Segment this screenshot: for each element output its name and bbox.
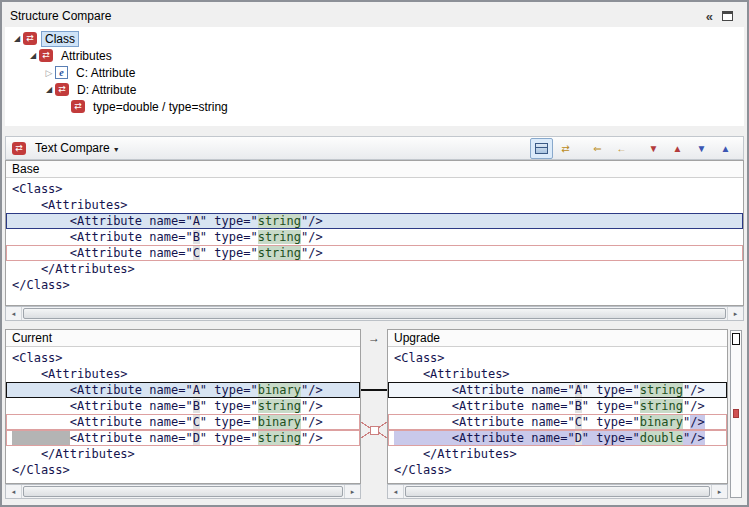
- toolbar-separator: [577, 139, 585, 158]
- code-line: <Attribute name="D" type="string"/>: [6, 430, 360, 446]
- tree-item-label: C: Attribute: [72, 65, 139, 81]
- horizontal-sash[interactable]: [5, 126, 744, 136]
- chevron-down-icon[interactable]: ▼: [113, 146, 120, 153]
- diff-icon: ⇄: [39, 49, 53, 62]
- base-pane-title: Base: [6, 161, 743, 178]
- code-line: <Attribute name="A" type="string"/>: [6, 213, 743, 229]
- code-line: <Attribute name="B" type="string"/>: [6, 398, 360, 414]
- current-horizontal-scrollbar[interactable]: ◂ ▸: [5, 484, 361, 499]
- diff-icon: ⇄: [23, 32, 37, 45]
- maximize-icon[interactable]: [722, 11, 733, 21]
- code-line: </Attributes>: [6, 261, 743, 277]
- attribute-icon: e: [55, 66, 68, 79]
- current-pane: Current <Class> <Attributes> <Attribute …: [5, 329, 361, 484]
- connector-footer: [361, 483, 387, 499]
- code-line: <Attributes>: [388, 366, 727, 382]
- horizontal-sash[interactable]: [5, 321, 744, 329]
- code-line: <Class>: [388, 350, 727, 366]
- scroll-thumb[interactable]: [405, 486, 710, 497]
- code-line: <Attributes>: [6, 197, 743, 213]
- toolbar-separator: [633, 139, 641, 158]
- upgrade-horizontal-scrollbar[interactable]: ◂ ▸: [387, 484, 728, 499]
- base-horizontal-scrollbar[interactable]: ◂ ▸: [5, 306, 744, 321]
- upgrade-column: Upgrade <Class> <Attributes> <Attribute …: [387, 329, 728, 499]
- code-line: </Class>: [388, 462, 727, 478]
- code-line: <Attribute name="B" type="string"/>: [388, 398, 727, 414]
- toggle-ancestor-pane-button[interactable]: [530, 138, 553, 159]
- base-pane: Base <Class> <Attributes> <Attribute nam…: [5, 160, 744, 306]
- collapse-arrow-icon[interactable]: ◢: [27, 51, 39, 60]
- previous-difference-button[interactable]: ▲: [666, 138, 689, 159]
- scroll-right-button[interactable]: ▸: [727, 307, 743, 320]
- copy-current-change-button[interactable]: ←: [610, 138, 633, 159]
- text-compare-header: ⇄ Text Compare ▼ ⇄⇐←▼▲▼▲: [5, 136, 744, 160]
- code-line: <Attribute name="B" type="string"/>: [6, 229, 743, 245]
- diff-connector-column: →: [361, 329, 387, 499]
- diff-connector-graphic: [361, 347, 387, 483]
- tree-item[interactable]: ◢⇄Class: [5, 30, 744, 47]
- swap-left-and-right-button[interactable]: ⇄: [554, 138, 577, 159]
- code-line: <Attribute name="C" type="string"/>: [6, 245, 743, 261]
- upgrade-pane-title: Upgrade: [388, 330, 727, 347]
- tree-item-label: Attributes: [57, 48, 116, 64]
- structure-header-icons: «: [706, 9, 739, 24]
- text-compare-title[interactable]: Text Compare: [35, 141, 110, 155]
- code-line: <Attribute name="A" type="string"/>: [388, 382, 727, 398]
- tree-item[interactable]: ◢⇄D: Attribute: [5, 81, 744, 98]
- scroll-thumb[interactable]: [23, 308, 726, 319]
- collapse-arrow-icon[interactable]: ◢: [11, 34, 23, 43]
- structure-compare-header: Structure Compare «: [5, 5, 744, 27]
- next-change-button[interactable]: ▼: [690, 138, 713, 159]
- current-code[interactable]: <Class> <Attributes> <Attribute name="A"…: [6, 347, 360, 483]
- copy-all-from-right-to-left-button[interactable]: ⇐: [586, 138, 609, 159]
- copy-direction-icon[interactable]: →: [368, 331, 380, 345]
- code-line: </Attributes>: [388, 446, 727, 462]
- code-line: <Attributes>: [6, 366, 360, 382]
- code-line: <Attribute name="C" type="binary"/>: [388, 414, 727, 430]
- code-line: </Class>: [6, 277, 743, 293]
- connector-header: →: [361, 329, 387, 347]
- base-code[interactable]: <Class> <Attributes> <Attribute name="A"…: [6, 178, 743, 305]
- code-line: <Class>: [6, 350, 360, 366]
- structure-tree: ◢⇄Class◢⇄Attributes▷eC: Attribute◢⇄D: At…: [5, 27, 744, 126]
- tree-item[interactable]: ◢⇄Attributes: [5, 47, 744, 64]
- structure-compare-title: Structure Compare: [10, 9, 111, 23]
- overview-ruler[interactable]: [730, 330, 742, 498]
- scroll-thumb[interactable]: [23, 486, 343, 497]
- scroll-left-button[interactable]: ◂: [388, 485, 404, 498]
- selected-change-marker[interactable]: [732, 333, 740, 345]
- current-column: Current <Class> <Attributes> <Attribute …: [5, 329, 361, 499]
- collapse-arrow-icon[interactable]: ◢: [43, 85, 55, 94]
- code-line: </Class>: [6, 462, 360, 478]
- scroll-right-button[interactable]: ▸: [711, 485, 727, 498]
- code-line: <Attribute name="D" type="double"/>: [388, 430, 727, 446]
- tree-item[interactable]: ▷eC: Attribute: [5, 64, 744, 81]
- tree-item[interactable]: ⇄type=double / type=string: [5, 98, 744, 115]
- diff-icon: ⇄: [71, 100, 85, 113]
- code-line: <Attribute name="C" type="binary"/>: [6, 414, 360, 430]
- conflict-change-marker[interactable]: [733, 409, 739, 418]
- tree-item-label: Class: [41, 31, 79, 47]
- diff-icon: ⇄: [12, 142, 26, 155]
- upgrade-code[interactable]: <Class> <Attributes> <Attribute name="A"…: [388, 347, 727, 483]
- previous-change-button[interactable]: ▲: [714, 138, 737, 159]
- next-difference-button[interactable]: ▼: [642, 138, 665, 159]
- compare-editor-window: Structure Compare « ◢⇄Class◢⇄Attributes▷…: [0, 0, 749, 507]
- tree-item-label: type=double / type=string: [89, 99, 232, 115]
- expand-arrow-icon[interactable]: ▷: [43, 68, 55, 78]
- scroll-left-button[interactable]: ◂: [6, 307, 22, 320]
- current-pane-title: Current: [6, 330, 360, 347]
- code-line: <Attribute name="A" type="binary"/>: [6, 382, 360, 398]
- code-line: </Attributes>: [6, 446, 360, 462]
- scroll-right-button[interactable]: ▸: [344, 485, 360, 498]
- diff-icon: ⇄: [55, 83, 69, 96]
- code-line: <Class>: [6, 181, 743, 197]
- text-compare-toolbar: ⇄⇐←▼▲▼▲: [529, 138, 737, 159]
- overview-ruler-column: [728, 329, 744, 499]
- minimize-icon[interactable]: «: [706, 9, 712, 24]
- merge-panes: Current <Class> <Attributes> <Attribute …: [5, 329, 744, 499]
- ancestor-pane-icon: [535, 143, 548, 154]
- tree-item-label: D: Attribute: [73, 82, 140, 98]
- scroll-left-button[interactable]: ◂: [6, 485, 22, 498]
- upgrade-pane: Upgrade <Class> <Attributes> <Attribute …: [387, 329, 728, 484]
